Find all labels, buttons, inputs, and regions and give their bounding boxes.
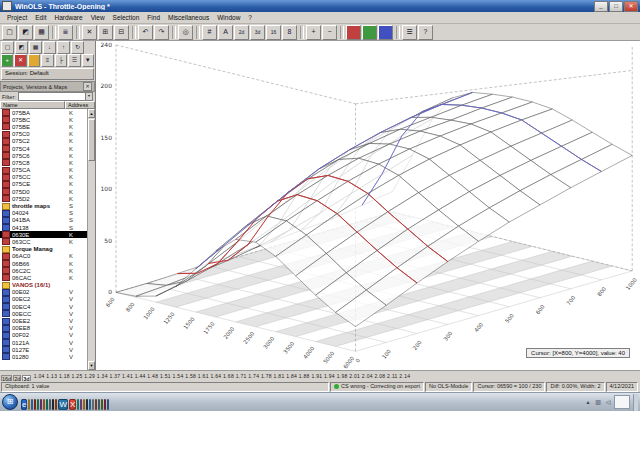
scroll-up-icon[interactable]: ▲ (88, 109, 95, 118)
cut-icon[interactable]: ✕ (82, 25, 97, 40)
map-list-item[interactable]: 00E02V (0, 289, 87, 296)
map-list-item[interactable]: 00EC2V (0, 296, 87, 303)
tray-arrow-icon[interactable]: ▴ (584, 398, 592, 406)
map-list-item[interactable]: 075CCK (0, 174, 87, 181)
side-refresh-icon[interactable]: ↻ (71, 41, 84, 54)
map-list-item[interactable]: 06B66K (0, 260, 87, 267)
view-3d-icon[interactable]: 3d (250, 25, 265, 40)
scrollbar-thumb[interactable] (88, 119, 95, 161)
menu-edit[interactable]: Edit (31, 14, 50, 21)
map-list-item[interactable]: 041BAS (0, 217, 87, 224)
map-list-item[interactable]: 01280V (0, 353, 87, 360)
map-list-item[interactable]: 075C2K (0, 138, 87, 145)
map-list-item[interactable]: 075C8K (0, 159, 87, 166)
chevron-down-icon[interactable]: ▾ (85, 93, 92, 100)
paste-icon[interactable]: ⊟ (114, 25, 129, 40)
map-list-item[interactable]: 00EE8V (0, 325, 87, 332)
map-list-item[interactable]: 00EC4V (0, 303, 87, 310)
surface-chart[interactable]: 0501001502002406008001000125015001750200… (96, 41, 640, 370)
side-props-icon[interactable]: ☰ (68, 54, 80, 67)
view-2d-icon[interactable]: 2d (234, 25, 249, 40)
map-3d-view[interactable]: 0501001502002406008001000125015001750200… (96, 41, 640, 370)
menu-window[interactable]: Window (213, 14, 244, 21)
side-del-map-icon[interactable]: ✕ (14, 54, 26, 67)
show-desktop-button[interactable] (633, 394, 638, 411)
view-16bit-icon[interactable]: 16 (266, 25, 281, 40)
side-save-icon[interactable]: ▦ (29, 41, 42, 54)
save-icon[interactable]: ▦ (34, 25, 49, 40)
map-list-item[interactable]: 075BAK (0, 109, 87, 116)
close-button[interactable]: ✕ (624, 1, 638, 12)
tray-volume-icon[interactable]: ◁ (604, 398, 612, 406)
hex-view-icon[interactable]: # (202, 25, 217, 40)
redo-icon[interactable]: ↷ (154, 25, 169, 40)
map-list-item[interactable]: 00EE2V (0, 317, 87, 324)
map-list-item[interactable]: VANOS (16/1) (0, 282, 87, 289)
menu-miscellaneous[interactable]: Miscellaneous (164, 14, 213, 21)
find-icon[interactable]: ◎ (178, 25, 193, 40)
map-list-item[interactable]: 00ECCV (0, 310, 87, 317)
map-list-item[interactable]: 00F02V (0, 332, 87, 339)
map-list-item[interactable]: Torque Manag (0, 246, 87, 253)
side-list-icon[interactable]: ≡ (41, 54, 53, 67)
map-list-item[interactable]: 075D2K (0, 195, 87, 202)
side-filter-icon[interactable]: ▼ (82, 54, 94, 67)
side-export-icon[interactable]: ↑ (57, 41, 70, 54)
map-list-item[interactable]: throttle mapsS (0, 202, 87, 209)
open-project-icon[interactable]: ◩ (18, 25, 33, 40)
sidebar-scrollbar[interactable]: ▲ ▼ (87, 109, 95, 370)
map-list-item[interactable]: 075CEK (0, 181, 87, 188)
side-add-map-icon[interactable]: + (1, 54, 13, 67)
map-list-item[interactable]: 0121AV (0, 339, 87, 346)
map-list-item[interactable]: 06AC0K (0, 253, 87, 260)
print-icon[interactable]: ≣ (58, 25, 73, 40)
view-8bit-icon[interactable]: 8 (282, 25, 297, 40)
taskbar-app-11[interactable]: X (69, 399, 76, 410)
tray-network-icon[interactable]: ▥ (594, 398, 602, 406)
map-list-item[interactable]: 06C2CK (0, 267, 87, 274)
menu-[interactable]: ? (244, 14, 256, 21)
map-list-item[interactable]: 06CACK (0, 274, 87, 281)
start-button[interactable]: ⊞ (2, 394, 18, 410)
panel-close-button[interactable]: ✕ (83, 82, 92, 91)
text-view-icon[interactable]: A (218, 25, 233, 40)
minimize-button[interactable]: _ (594, 1, 608, 12)
tray-language-box[interactable] (614, 395, 630, 409)
map-list-item[interactable]: 075C4K (0, 145, 87, 152)
map-list-item[interactable]: 063CCK (0, 238, 87, 245)
new-project-icon[interactable]: ▢ (2, 25, 17, 40)
map-list-item[interactable]: 075BCK (0, 116, 87, 123)
map-marker-blue-icon[interactable] (378, 25, 393, 40)
column-header-address[interactable]: Address (65, 101, 95, 109)
side-folder-icon[interactable] (28, 54, 40, 67)
map-list-item[interactable]: 0630EK (0, 231, 87, 238)
maximize-button[interactable]: □ (609, 1, 623, 12)
taskbar-app-10[interactable]: W (58, 399, 68, 410)
filter-dropdown[interactable]: ▾ (18, 92, 93, 101)
column-header-name[interactable]: Name (0, 101, 65, 109)
taskbar-app-browser[interactable]: e (21, 399, 27, 410)
side-import-icon[interactable]: ↓ (43, 41, 56, 54)
zoom-out-icon[interactable]: − (322, 25, 337, 40)
map-list-item[interactable]: 075D0K (0, 188, 87, 195)
map-list-item[interactable]: 0127EV (0, 346, 87, 353)
session-selector[interactable]: Session: Default (1, 68, 94, 80)
side-new-icon[interactable]: ▢ (1, 41, 14, 54)
undo-icon[interactable]: ↶ (138, 25, 153, 40)
map-list-item[interactable]: 04024S (0, 210, 87, 217)
map-list-item[interactable]: 075C0K (0, 131, 87, 138)
copy-icon[interactable]: ⊞ (98, 25, 113, 40)
menu-view[interactable]: View (87, 14, 109, 21)
menu-selection[interactable]: Selection (109, 14, 144, 21)
menu-find[interactable]: Find (143, 14, 164, 21)
map-list-item[interactable]: 075BEK (0, 123, 87, 130)
side-tree-icon[interactable]: ├ (55, 54, 67, 67)
taskbar-app-22[interactable] (107, 399, 109, 410)
scroll-down-icon[interactable]: ▼ (88, 361, 95, 370)
help-icon[interactable]: ? (418, 25, 433, 40)
menu-project[interactable]: Project (3, 14, 31, 21)
side-open-icon[interactable]: ◩ (15, 41, 28, 54)
properties-icon[interactable]: ☰ (402, 25, 417, 40)
menu-hardware[interactable]: Hardware (50, 14, 86, 21)
zoom-in-icon[interactable]: + (306, 25, 321, 40)
